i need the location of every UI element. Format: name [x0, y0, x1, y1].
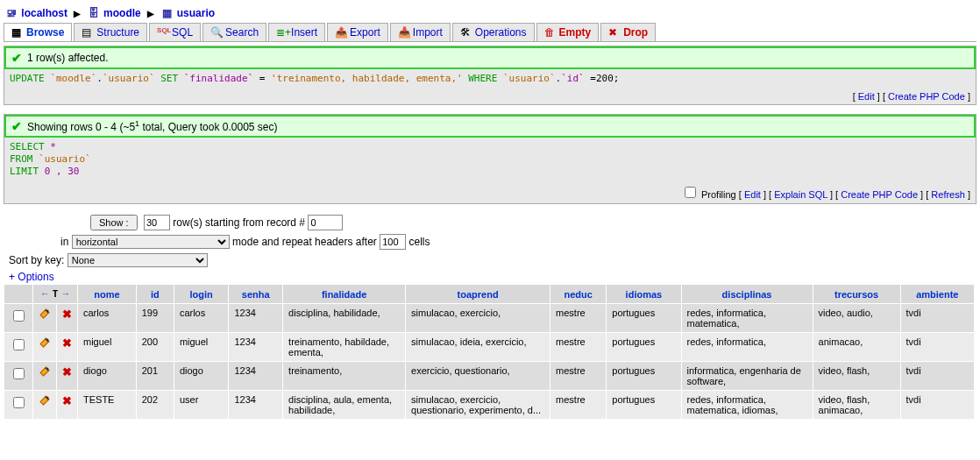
- mode-controls: in horizontal mode and repeat headers af…: [4, 232, 976, 251]
- col-disciplinas: disciplinas: [681, 285, 813, 304]
- breadcrumb-server[interactable]: localhost: [21, 7, 67, 19]
- explain-sql-link[interactable]: Explain SQL: [774, 189, 827, 200]
- delete-icon[interactable]: ✖: [62, 394, 72, 407]
- sort-label: Sort by key:: [9, 254, 64, 266]
- show-button[interactable]: Show :: [90, 215, 138, 230]
- profiling-label: Profiling: [701, 189, 736, 200]
- refresh-link[interactable]: Refresh: [931, 189, 965, 200]
- edit-query-link[interactable]: Edit: [744, 189, 761, 200]
- mode-select[interactable]: horizontal: [72, 235, 230, 249]
- cell-trecursos: video, flash, animacao,: [813, 391, 900, 420]
- row-checkbox[interactable]: [13, 397, 25, 408]
- delete-icon[interactable]: ✖: [62, 336, 72, 350]
- cell-id: 202: [136, 391, 174, 420]
- tab-search[interactable]: 🔍Search: [202, 23, 266, 41]
- cell-trecursos: video, flash,: [813, 362, 900, 391]
- message-box-update: ✔ 1 row(s) affected. UPDATE `moodle`.`us…: [4, 46, 976, 105]
- browse-icon: ▦: [11, 26, 24, 39]
- cell-disciplinas: redes, informatica, matematica, idiomas,: [681, 391, 813, 420]
- breadcrumb-db[interactable]: moodle: [103, 7, 141, 19]
- message-text: 1 row(s) affected.: [27, 52, 108, 64]
- cell-neduc: mestre: [550, 304, 607, 333]
- col-ambiente: ambiente: [900, 285, 974, 304]
- server-icon: 🖳: [5, 7, 18, 19]
- tab-import[interactable]: 📥Import: [390, 23, 451, 41]
- tab-operations[interactable]: 🛠Operations: [452, 23, 535, 41]
- tab-drop[interactable]: ✖Drop: [600, 23, 656, 41]
- edit-icon[interactable]: [36, 305, 53, 322]
- cell-senha: 1234: [229, 304, 283, 333]
- profiling-checkbox[interactable]: [685, 187, 696, 198]
- edit-query-link[interactable]: Edit: [858, 91, 875, 102]
- cell-login: diogo: [174, 362, 229, 391]
- cell-ambiente: tvdi: [900, 362, 974, 391]
- cell-disciplinas: redes, informatica, matematica,: [681, 304, 813, 333]
- tab-structure[interactable]: ▤Structure: [74, 23, 147, 41]
- cell-senha: 1234: [229, 362, 283, 391]
- create-php-link[interactable]: Create PHP Code: [841, 189, 918, 200]
- cell-finalidade: disciplina, aula, ementa, habilidade,: [283, 391, 406, 420]
- delete-icon[interactable]: ✖: [62, 308, 72, 321]
- tab-export[interactable]: 📤Export: [327, 23, 388, 41]
- breadcrumb: 🖳 localhost ▶ 🗄 moodle ▶ ▦ usuario: [4, 4, 976, 23]
- mode-label: mode and repeat headers after: [232, 236, 377, 248]
- cell-id: 201: [136, 362, 174, 391]
- breadcrumb-table[interactable]: usuario: [177, 7, 215, 19]
- sql-query-update: UPDATE `moodle`.`usuario` SET `finalidad…: [4, 69, 976, 88]
- cell-id: 200: [136, 333, 174, 362]
- row-checkbox[interactable]: [13, 368, 25, 379]
- rows-label: row(s) starting from record #: [173, 216, 305, 229]
- cell-neduc: mestre: [550, 391, 607, 420]
- col-toaprend: toaprend: [406, 285, 550, 304]
- in-label: in: [60, 236, 68, 248]
- cell-senha: 1234: [229, 391, 283, 420]
- results-table: ← T → nome id login senha finalidade toa…: [4, 285, 975, 420]
- edit-icon[interactable]: [36, 363, 53, 380]
- tab-empty[interactable]: 🗑Empty: [536, 23, 600, 41]
- cell-ambiente: tvdi: [900, 333, 974, 362]
- tab-insert[interactable]: ≣+Insert: [268, 23, 325, 41]
- table-row: ✖diogo201diogo1234treinamento,exercicio,…: [4, 362, 975, 391]
- operations-icon: 🛠: [460, 26, 472, 39]
- start-record-input[interactable]: [308, 215, 343, 230]
- toggle-header[interactable]: T: [53, 288, 59, 300]
- pagination-controls: Show : row(s) starting from record #: [4, 213, 976, 232]
- cell-idiomas: portugues: [607, 333, 681, 362]
- drop-icon: ✖: [608, 26, 621, 39]
- sort-select[interactable]: None: [67, 253, 208, 267]
- arrow-left-icon[interactable]: ←: [40, 288, 50, 299]
- action-header: ← T →: [33, 285, 78, 304]
- cell-login: user: [174, 391, 229, 420]
- edit-icon[interactable]: [36, 392, 53, 409]
- cell-nome: diogo: [78, 362, 137, 391]
- table-icon: ▦: [160, 7, 173, 19]
- tab-browse[interactable]: ▦Browse: [4, 23, 72, 41]
- empty-icon: 🗑: [544, 26, 557, 39]
- col-senha: senha: [229, 285, 283, 304]
- arrow-right-icon[interactable]: →: [60, 288, 70, 299]
- cell-idiomas: portugues: [607, 362, 681, 391]
- database-icon: 🗄: [88, 7, 100, 19]
- rows-input[interactable]: [144, 215, 170, 230]
- tab-sql[interactable]: SQLSQL: [149, 23, 201, 41]
- delete-icon[interactable]: ✖: [62, 365, 72, 379]
- chevron-right-icon: ▶: [74, 9, 81, 18]
- row-checkbox[interactable]: [13, 310, 25, 322]
- table-row: ✖TESTE202user1234disciplina, aula, ement…: [4, 391, 975, 420]
- options-toggle[interactable]: + Options: [4, 269, 976, 285]
- repeat-input[interactable]: [380, 234, 406, 250]
- cell-login: carlos: [174, 304, 229, 333]
- row-checkbox[interactable]: [13, 339, 25, 350]
- col-id: id: [136, 285, 174, 304]
- cell-idiomas: portugues: [607, 304, 681, 333]
- create-php-link[interactable]: Create PHP Code: [888, 91, 965, 102]
- message-text: Showing rows 0 - 4 (~51 total, Query too…: [27, 119, 278, 133]
- cell-senha: 1234: [229, 333, 283, 362]
- select-all-header: [4, 285, 33, 304]
- edit-icon[interactable]: [36, 334, 53, 351]
- cell-idiomas: portugues: [607, 391, 681, 420]
- cell-login: miguel: [174, 333, 229, 362]
- col-finalidade: finalidade: [283, 285, 406, 304]
- cell-trecursos: video, audio,: [813, 304, 900, 333]
- export-icon: 📤: [335, 26, 347, 39]
